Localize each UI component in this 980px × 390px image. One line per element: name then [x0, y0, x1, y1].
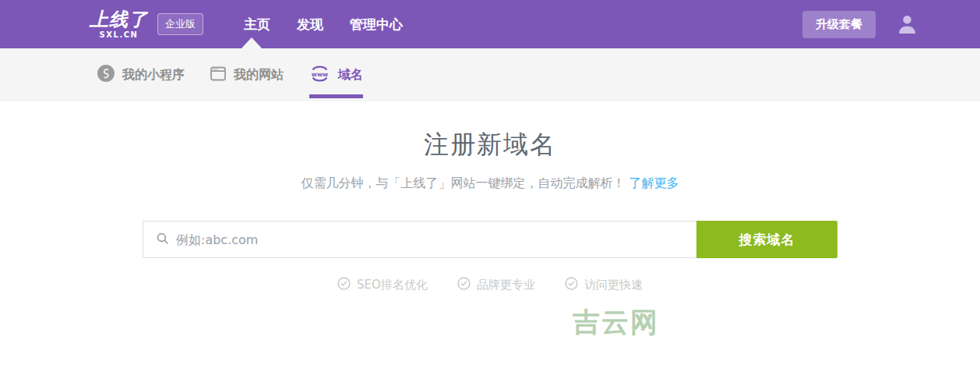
sub-navigation: 我的小程序 我的网站 www [0, 48, 980, 101]
www-globe-icon: www [309, 65, 330, 86]
tab-domains[interactable]: www 域名 [309, 48, 363, 101]
search-icon [156, 232, 169, 248]
subtitle-text: 仅需几分钟，与「上线了」网站一键绑定，自动完成解析！ [301, 176, 625, 190]
domain-search-row: 搜索域名 [143, 221, 837, 258]
feature-list: SEO排名优化 品牌更专业 访问更快速 [0, 277, 980, 293]
top-header: 上线了 SXL.CN 企业版 主页 发现 管理中心 升级套餐 [0, 0, 980, 48]
feature-speed: 访问更快速 [565, 277, 643, 293]
nav-item-home[interactable]: 主页 [244, 16, 270, 34]
logo-title: 上线了 [90, 10, 148, 29]
logo-subtitle: SXL.CN [100, 31, 139, 39]
feature-label: 品牌更专业 [477, 278, 535, 292]
feature-label: SEO排名优化 [357, 278, 428, 292]
nav-item-discover[interactable]: 发现 [297, 16, 323, 34]
logo[interactable]: 上线了 SXL.CN [90, 10, 148, 39]
tab-my-miniprograms[interactable]: 我的小程序 [97, 48, 185, 101]
site-watermark: 吉云网 [573, 304, 659, 341]
active-tab-underline [309, 94, 363, 98]
tab-label: 域名 [338, 67, 363, 83]
active-nav-notch [241, 37, 262, 48]
page: 上线了 SXL.CN 企业版 主页 发现 管理中心 升级套餐 [0, 0, 980, 390]
subtitle: 仅需几分钟，与「上线了」网站一键绑定，自动完成解析！ 了解更多 [0, 176, 980, 192]
top-nav: 主页 发现 管理中心 [244, 16, 403, 34]
search-domain-button[interactable]: 搜索域名 [696, 221, 837, 258]
upgrade-plan-button[interactable]: 升级套餐 [802, 11, 876, 38]
main-content: 注册新域名 仅需几分钟，与「上线了」网站一键绑定，自动完成解析！ 了解更多 搜索… [0, 128, 980, 293]
nav-item-admin-center[interactable]: 管理中心 [350, 16, 403, 34]
tab-label: 我的网站 [234, 67, 284, 83]
check-circle-icon [457, 277, 471, 293]
website-window-icon [210, 66, 226, 84]
search-box [143, 221, 696, 258]
check-circle-icon [565, 277, 578, 293]
svg-text:www: www [312, 70, 329, 77]
learn-more-link[interactable]: 了解更多 [629, 176, 679, 190]
check-circle-icon [337, 277, 351, 293]
feature-seo: SEO排名优化 [337, 277, 428, 293]
miniprogram-icon [97, 65, 115, 85]
tab-my-websites[interactable]: 我的网站 [210, 48, 284, 101]
enterprise-badge: 企业版 [157, 13, 203, 35]
feature-brand: 品牌更专业 [457, 277, 535, 293]
domain-search-input[interactable] [176, 232, 696, 247]
user-icon[interactable] [897, 14, 917, 35]
page-title: 注册新域名 [0, 128, 980, 162]
tab-label: 我的小程序 [122, 67, 185, 83]
feature-label: 访问更快速 [584, 278, 643, 292]
